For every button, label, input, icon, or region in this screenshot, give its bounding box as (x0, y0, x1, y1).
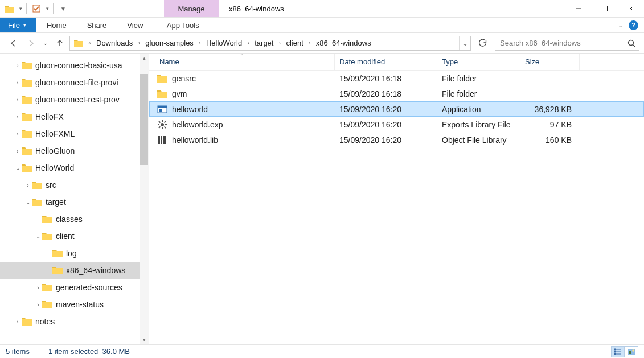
breadcrumb-segment[interactable]: HelloWorld (204, 36, 244, 50)
tree-item[interactable]: ›gluon-connect-file-provi (0, 74, 140, 91)
file-tab-label: File (8, 21, 20, 30)
column-name[interactable]: ˄ Name (149, 54, 335, 70)
svg-rect-27 (614, 351, 616, 352)
recent-locations-button[interactable]: ⌄ (41, 35, 50, 51)
customize-qat-icon[interactable]: ▼ (56, 0, 71, 17)
chevron-right-icon[interactable]: › (135, 40, 143, 46)
chevron-right-icon[interactable]: › (306, 40, 314, 46)
up-button[interactable] (51, 35, 68, 51)
scroll-down-icon[interactable]: ▾ (140, 335, 149, 344)
properties-icon[interactable] (29, 0, 44, 17)
refresh-button[interactable] (474, 36, 490, 51)
tree-item[interactable]: ›gluon-connect-rest-prov (0, 91, 140, 108)
column-date[interactable]: Date modified (335, 54, 437, 70)
search-input[interactable] (495, 39, 624, 47)
svg-rect-30 (629, 351, 631, 354)
tree-item[interactable]: ›HelloFX (0, 108, 140, 125)
share-tab[interactable]: Share (77, 18, 117, 32)
file-date: 15/09/2020 16:20 (335, 117, 437, 132)
large-icons-view-icon[interactable] (625, 346, 638, 357)
expand-ribbon-icon[interactable]: ⌄ (618, 22, 623, 29)
chevron-right-icon[interactable]: › (244, 40, 252, 46)
breadcrumb-overflow[interactable]: « (86, 40, 94, 46)
sort-ascending-icon: ˄ (240, 53, 243, 59)
tree-item[interactable]: ›HelloFXML (0, 125, 140, 142)
file-row[interactable]: gensrc15/09/2020 16:18File folder (149, 71, 644, 86)
forward-button[interactable] (23, 35, 40, 51)
svg-line-15 (159, 121, 161, 123)
twisty-icon[interactable]: › (14, 63, 22, 69)
back-button[interactable] (5, 35, 22, 51)
twisty-icon[interactable]: ⌄ (14, 165, 22, 171)
twisty-icon[interactable]: › (14, 131, 22, 137)
tree-item[interactable]: ›HelloGluon (0, 142, 140, 159)
column-size[interactable]: Size (520, 54, 580, 70)
breadcrumb-bar[interactable]: « Downloads›gluon-samples›HelloWorld›tar… (69, 36, 471, 51)
twisty-icon[interactable]: › (34, 285, 42, 291)
file-row[interactable]: helloworld.lib15/09/2020 16:20Object Fil… (149, 132, 644, 147)
tree-item[interactable]: ›gluon-connect-basic-usa (0, 57, 140, 74)
scroll-thumb[interactable] (140, 74, 148, 165)
pin-dropdown-icon[interactable]: ▾ (17, 0, 24, 17)
status-bar: 5 items 1 item selected 36.0 MB (0, 344, 644, 358)
search-box[interactable] (495, 36, 639, 51)
file-row[interactable]: gvm15/09/2020 16:18File folder (149, 86, 644, 101)
address-dropdown-icon[interactable]: ⌄ (459, 36, 470, 50)
window-title: x86_64-windows (229, 0, 284, 17)
chevron-right-icon[interactable]: › (276, 40, 284, 46)
chevron-right-icon[interactable]: › (196, 40, 204, 46)
file-name: gensrc (172, 74, 196, 83)
breadcrumb-segment[interactable]: client (284, 36, 305, 50)
folder-icon[interactable] (2, 0, 17, 17)
tree-item[interactable]: log (0, 245, 140, 262)
tree-item[interactable]: ⌄client (0, 228, 140, 245)
file-row[interactable]: helloworld15/09/2020 16:20Application36,… (149, 101, 644, 117)
qat-dropdown-icon[interactable]: ▾ (44, 0, 51, 17)
tree-item[interactable]: ⌄target (0, 194, 140, 211)
breadcrumb-segment[interactable]: target (252, 36, 276, 50)
twisty-icon[interactable]: › (14, 97, 22, 103)
file-list-area: ˄ Name Date modified Type Size gensrc15/… (149, 54, 644, 344)
column-type[interactable]: Type (437, 54, 520, 70)
minimize-button[interactable] (565, 0, 592, 17)
close-button[interactable] (618, 0, 644, 17)
maximize-button[interactable] (592, 0, 618, 17)
tree-item[interactable]: ›src (0, 176, 140, 194)
navpane-scrollbar[interactable]: ▴ ▾ (140, 54, 149, 344)
twisty-icon[interactable]: ⌄ (34, 233, 42, 240)
svg-rect-20 (161, 136, 162, 144)
tree-item[interactable]: ›maven-status (0, 296, 140, 313)
twisty-icon[interactable]: ⌄ (24, 199, 32, 205)
app-tools-tab[interactable]: App Tools (155, 18, 210, 32)
tree-item[interactable]: ›notes (0, 313, 140, 330)
help-icon[interactable]: ? (629, 20, 638, 30)
twisty-icon[interactable]: › (14, 80, 22, 86)
file-name: gvm (172, 89, 187, 98)
twisty-icon[interactable]: › (14, 148, 22, 154)
breadcrumb-segment[interactable]: x86_64-windows (314, 36, 374, 50)
tree-item[interactable]: classes (0, 211, 140, 228)
file-type: Exports Library File (437, 117, 520, 132)
twisty-icon[interactable]: › (24, 182, 32, 188)
svg-line-16 (165, 126, 166, 128)
view-tab[interactable]: View (117, 18, 153, 32)
home-tab[interactable]: Home (36, 18, 77, 32)
breadcrumb-segment[interactable]: Downloads (94, 36, 135, 50)
twisty-icon[interactable]: › (34, 302, 42, 308)
search-icon[interactable] (624, 39, 639, 47)
details-view-icon[interactable] (611, 346, 625, 357)
svg-rect-9 (159, 109, 162, 112)
tree-item[interactable]: x86_64-windows (0, 262, 140, 279)
file-row[interactable]: helloworld.exp15/09/2020 16:20Exports Li… (149, 117, 644, 132)
context-tab[interactable]: Manage (164, 0, 219, 17)
twisty-icon[interactable]: › (14, 114, 22, 120)
tree-item[interactable]: ›generated-sources (0, 279, 140, 296)
tree-item-label: target (46, 197, 66, 207)
scroll-up-icon[interactable]: ▴ (140, 54, 149, 63)
file-tab[interactable]: File ▾ (0, 18, 36, 32)
breadcrumb-segment[interactable]: gluon-samples (143, 36, 196, 50)
quick-access-toolbar: ▾ ▾ ▼ (0, 0, 73, 17)
tree-item[interactable]: ⌄HelloWorld (0, 159, 140, 176)
twisty-icon[interactable]: › (14, 319, 22, 325)
chevron-down-icon: ▾ (23, 22, 26, 28)
